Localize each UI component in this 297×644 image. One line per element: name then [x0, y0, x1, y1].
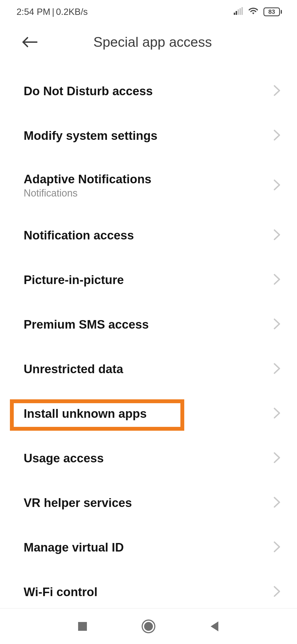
- row-vr-helper-services[interactable]: VR helper services: [0, 481, 297, 525]
- svg-marker-9: [211, 621, 218, 631]
- chevron-right-icon: [273, 586, 280, 598]
- svg-rect-2: [238, 9, 239, 15]
- chevron-right-icon: [273, 363, 280, 375]
- row-usage-access[interactable]: Usage access: [0, 436, 297, 481]
- row-modify-system-settings[interactable]: Modify system settings: [0, 113, 297, 158]
- row-title: Manage virtual ID: [24, 540, 124, 555]
- svg-rect-6: [78, 622, 87, 631]
- nav-back-button[interactable]: [204, 615, 226, 637]
- circle-icon: [141, 619, 156, 634]
- row-title: Notification access: [24, 228, 134, 243]
- svg-rect-3: [240, 8, 241, 15]
- chevron-right-icon: [273, 496, 280, 509]
- row-do-not-disturb-access[interactable]: Do Not Disturb access: [0, 69, 297, 113]
- row-title: VR helper services: [24, 496, 132, 510]
- row-notification-access[interactable]: Notification access: [0, 213, 297, 258]
- app-bar: Special app access: [0, 23, 297, 61]
- nav-recent-button[interactable]: [72, 615, 94, 637]
- row-title: Modify system settings: [24, 129, 158, 143]
- settings-list: Do Not Disturb access Modify system sett…: [0, 61, 297, 614]
- nav-home-button[interactable]: [138, 615, 160, 637]
- row-title: Wi-Fi control: [24, 585, 97, 599]
- battery-percentage: 83: [263, 7, 280, 16]
- navigation-bar: [0, 608, 297, 644]
- status-net-speed: 0.2KB/s: [56, 7, 88, 17]
- status-time: 2:54 PM: [16, 7, 50, 17]
- row-adaptive-notifications[interactable]: Adaptive Notifications Notifications: [0, 158, 297, 213]
- chevron-right-icon: [273, 229, 280, 242]
- row-picture-in-picture[interactable]: Picture-in-picture: [0, 258, 297, 302]
- square-icon: [78, 621, 87, 631]
- status-right: 83: [234, 7, 282, 17]
- row-manage-virtual-id[interactable]: Manage virtual ID: [0, 525, 297, 570]
- row-install-unknown-apps[interactable]: Install unknown apps: [0, 391, 297, 436]
- chevron-right-icon: [273, 318, 280, 331]
- chevron-right-icon: [273, 541, 280, 554]
- battery-icon: 83: [263, 7, 282, 16]
- row-title: Do Not Disturb access: [24, 84, 153, 99]
- row-title: Unrestricted data: [24, 362, 123, 376]
- chevron-right-icon: [273, 452, 280, 465]
- row-unrestricted-data[interactable]: Unrestricted data: [0, 347, 297, 391]
- page-title: Special app access: [30, 34, 275, 50]
- status-separator: |: [52, 7, 54, 17]
- wifi-icon: [248, 7, 258, 17]
- triangle-left-icon: [210, 621, 219, 632]
- row-wifi-control[interactable]: Wi-Fi control: [0, 570, 297, 614]
- row-title: Adaptive Notifications: [24, 172, 152, 187]
- row-subtitle: Notifications: [24, 187, 152, 199]
- svg-rect-1: [236, 11, 237, 15]
- svg-rect-0: [234, 13, 235, 15]
- status-left: 2:54 PM | 0.2KB/s: [16, 7, 88, 17]
- chevron-right-icon: [273, 85, 280, 97]
- chevron-right-icon: [273, 179, 280, 192]
- row-title: Premium SMS access: [24, 317, 149, 332]
- svg-rect-4: [241, 7, 243, 15]
- status-bar: 2:54 PM | 0.2KB/s 83: [0, 0, 297, 23]
- row-title: Install unknown apps: [24, 406, 147, 421]
- row-title: Usage access: [24, 451, 104, 466]
- row-title: Picture-in-picture: [24, 273, 124, 287]
- chevron-right-icon: [273, 129, 280, 142]
- svg-point-8: [144, 622, 153, 631]
- chevron-right-icon: [273, 274, 280, 286]
- chevron-right-icon: [273, 407, 280, 420]
- row-premium-sms-access[interactable]: Premium SMS access: [0, 302, 297, 347]
- signal-icon: [234, 7, 243, 17]
